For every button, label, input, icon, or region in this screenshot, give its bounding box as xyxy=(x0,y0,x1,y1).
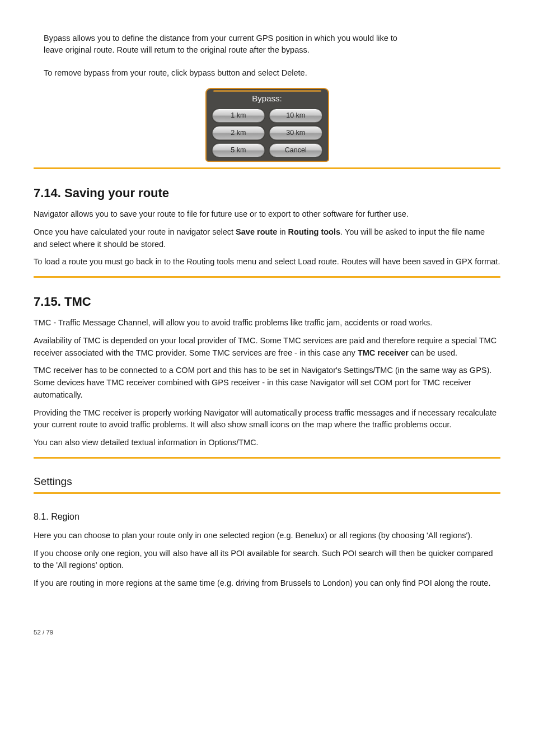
heading-saving-route: 7.14. Saving your route xyxy=(34,186,500,200)
bypass-dialog: Bypass: 1 km 10 km 2 km 30 km 5 km Cance… xyxy=(205,88,329,162)
routing-tools-label: Routing tools xyxy=(288,227,340,236)
tmc-paragraph-1: Availability of TMC is depended on your … xyxy=(34,335,500,360)
bypass-option-1km[interactable]: 1 km xyxy=(212,109,265,123)
section-divider xyxy=(34,167,500,169)
section-divider xyxy=(34,457,500,459)
text-fragment: Once you have calculated your route in n… xyxy=(34,227,236,236)
section-divider xyxy=(34,492,500,494)
tmc-paragraph-3: Providing the TMC receiver is properly w… xyxy=(34,407,500,432)
bypass-dialog-figure: Bypass: 1 km 10 km 2 km 30 km 5 km Cance… xyxy=(0,88,534,162)
text-fragment: can be used. xyxy=(409,348,457,357)
intro-paragraph-line2: leave original route. Route will return … xyxy=(0,44,534,56)
bypass-cancel-button[interactable]: Cancel xyxy=(269,143,322,157)
bypass-option-10km[interactable]: 10 km xyxy=(269,109,322,123)
saving-route-paragraph-3: To load a route you must go back in to t… xyxy=(34,256,500,268)
intro-paragraph-line1: Bypass allows you to define the distance… xyxy=(0,32,534,44)
page-footer: 52 / 79 xyxy=(34,629,500,636)
region-paragraph-3: If you are routing in more regions at th… xyxy=(34,577,500,590)
bypass-option-5km[interactable]: 5 km xyxy=(212,143,265,157)
heading-settings: Settings xyxy=(34,475,500,488)
heading-region: 8.1. Region xyxy=(34,512,500,522)
region-paragraph-1: Here you can choose to plan your route o… xyxy=(34,530,500,542)
bypass-option-30km[interactable]: 30 km xyxy=(269,126,322,140)
save-route-label: Save route xyxy=(236,227,277,236)
tmc-receiver-label: TMC receiver xyxy=(358,348,409,357)
saving-route-paragraph-1: Navigator allows you to save your route … xyxy=(34,208,500,221)
saving-route-paragraph-2: Once you have calculated your route in n… xyxy=(34,226,500,251)
tmc-paragraph-2: TMC receiver has to be connected to a CO… xyxy=(34,365,500,401)
intro-paragraph-line3: To remove bypass from your route, click … xyxy=(0,67,534,79)
text-fragment: in xyxy=(277,227,288,236)
bypass-option-2km[interactable]: 2 km xyxy=(212,126,265,140)
section-divider xyxy=(34,276,500,278)
heading-tmc: 7.15. TMC xyxy=(34,295,500,309)
region-paragraph-2: If you choose only one region, you will … xyxy=(34,548,500,572)
tmc-intro: TMC - Traffic Message Channel, will allo… xyxy=(34,317,500,329)
tmc-paragraph-4: You can also view detailed textual infor… xyxy=(34,437,500,449)
bypass-dialog-title: Bypass: xyxy=(212,94,322,103)
